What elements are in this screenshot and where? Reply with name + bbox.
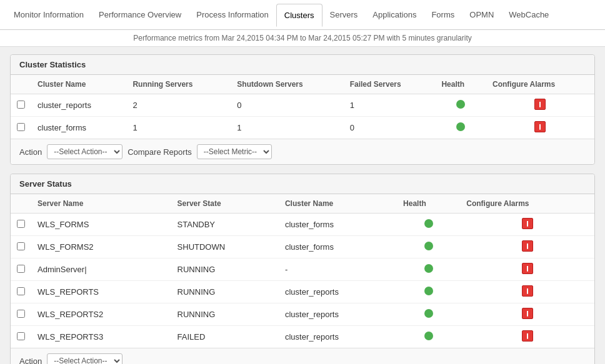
table-row: WLS_REPORTS3 FAILED cluster_reports bbox=[11, 326, 594, 348]
server-row-2-name: AdminServer| bbox=[31, 258, 171, 281]
subtitle-text: Performance metrics from Mar 24,2015 04:… bbox=[133, 34, 472, 42]
cluster-panel-header: Cluster Statistics bbox=[11, 55, 594, 75]
server-row-5-name: WLS_REPORTS3 bbox=[31, 326, 171, 348]
nav-item-webcache[interactable]: WebCache bbox=[501, 1, 556, 28]
cluster-row-0-alarm-icon[interactable] bbox=[534, 99, 546, 110]
server-row-0-cluster: cluster_forms bbox=[279, 214, 397, 236]
cluster-row-0-failed: 1 bbox=[344, 94, 436, 117]
table-row: WLS_FORMS STANDBY cluster_forms bbox=[11, 214, 594, 236]
server-row-5-cluster: cluster_reports bbox=[279, 326, 397, 348]
cluster-row-1-health-dot bbox=[456, 122, 465, 131]
cluster-table: Cluster Name Running Servers Shutdown Se… bbox=[11, 75, 594, 139]
server-row-5-health-dot bbox=[424, 332, 433, 340]
server-row-0-state: STANDBY bbox=[171, 214, 279, 236]
table-row: cluster_reports 2 0 1 bbox=[11, 94, 594, 117]
cluster-row-1-running: 1 bbox=[126, 117, 231, 139]
cluster-action-label: Action bbox=[19, 147, 42, 157]
server-row-1-state: SHUTDOWN bbox=[171, 236, 279, 258]
cluster-statistics-panel: Cluster Statistics Cluster Name Running … bbox=[10, 54, 595, 165]
subtitle-bar: Performance metrics from Mar 24,2015 04:… bbox=[0, 30, 605, 47]
table-row: cluster_forms 1 1 0 bbox=[11, 117, 594, 139]
nav-item-monitor-information[interactable]: Monitor Information bbox=[6, 1, 91, 28]
server-row-1-alarm-icon[interactable] bbox=[522, 240, 533, 252]
server-row-5-checkbox[interactable] bbox=[17, 332, 25, 340]
cluster-row-1-checkbox[interactable] bbox=[17, 123, 25, 131]
server-row-4-cluster: cluster_reports bbox=[279, 303, 397, 326]
cluster-col-health: Health bbox=[435, 75, 486, 94]
server-col-cluster: Cluster Name bbox=[279, 194, 397, 214]
server-action-select[interactable]: --Select Action-- bbox=[47, 353, 122, 364]
server-col-alarms: Configure Alarms bbox=[460, 194, 594, 214]
cluster-col-running: Running Servers bbox=[126, 75, 231, 94]
server-row-4-alarm-icon[interactable] bbox=[522, 308, 533, 319]
server-row-4-name: WLS_REPORTS2 bbox=[31, 303, 171, 326]
server-row-3-health-dot bbox=[424, 287, 433, 295]
server-status-panel: Server Status Server Name Server State C… bbox=[10, 174, 595, 364]
server-col-check bbox=[11, 194, 31, 214]
server-row-4-health-dot bbox=[424, 309, 433, 318]
cluster-row-1-shutdown: 1 bbox=[231, 117, 343, 139]
cluster-col-name: Cluster Name bbox=[31, 75, 126, 94]
nav-item-performance-overview[interactable]: Performance Overview bbox=[91, 1, 189, 28]
server-col-health: Health bbox=[397, 194, 460, 214]
server-action-label: Action bbox=[19, 357, 42, 365]
server-row-1-name: WLS_FORMS2 bbox=[31, 236, 171, 258]
server-row-2-cluster: - bbox=[279, 258, 397, 281]
nav-item-forms[interactable]: Forms bbox=[424, 1, 462, 28]
server-row-3-state: RUNNING bbox=[171, 281, 279, 303]
server-table: Server Name Server State Cluster Name He… bbox=[11, 194, 594, 348]
server-row-0-health-dot bbox=[424, 219, 433, 228]
cluster-col-shutdown: Shutdown Servers bbox=[231, 75, 343, 94]
server-panel-header: Server Status bbox=[11, 174, 594, 194]
table-row: WLS_REPORTS2 RUNNING cluster_reports bbox=[11, 303, 594, 326]
server-row-3-name: WLS_REPORTS bbox=[31, 281, 171, 303]
nav-item-process-information[interactable]: Process Information bbox=[189, 1, 276, 28]
top-navigation: Monitor Information Performance Overview… bbox=[0, 0, 605, 30]
cluster-action-bar: Action --Select Action-- Compare Reports… bbox=[11, 139, 594, 164]
table-row: WLS_REPORTS RUNNING cluster_reports bbox=[11, 281, 594, 303]
server-row-4-state: RUNNING bbox=[171, 303, 279, 326]
nav-item-opmn[interactable]: OPMN bbox=[462, 1, 501, 28]
nav-item-applications[interactable]: Applications bbox=[365, 1, 424, 28]
cluster-col-check bbox=[11, 75, 31, 94]
server-row-0-checkbox[interactable] bbox=[17, 220, 25, 228]
server-col-name: Server Name bbox=[31, 194, 171, 214]
server-row-2-state: RUNNING bbox=[171, 258, 279, 281]
server-row-5-alarm-icon[interactable] bbox=[522, 330, 533, 342]
server-action-bar: Action --Select Action-- bbox=[11, 348, 594, 364]
cluster-row-0-name: cluster_reports bbox=[31, 94, 126, 117]
server-col-state: Server State bbox=[171, 194, 279, 214]
server-row-0-alarm-icon[interactable] bbox=[522, 218, 533, 229]
cluster-row-0-shutdown: 0 bbox=[231, 94, 343, 117]
cluster-action-select[interactable]: --Select Action-- bbox=[47, 144, 122, 159]
server-row-5-state: FAILED bbox=[171, 326, 279, 348]
table-row: AdminServer| RUNNING - bbox=[11, 258, 594, 281]
cluster-row-0-health-dot bbox=[456, 100, 465, 109]
table-row: WLS_FORMS2 SHUTDOWN cluster_forms bbox=[11, 236, 594, 258]
server-row-3-alarm-icon[interactable] bbox=[522, 285, 533, 297]
cluster-row-1-alarm-icon[interactable] bbox=[534, 121, 546, 132]
server-row-0-name: WLS_FORMS bbox=[31, 214, 171, 236]
server-row-1-cluster: cluster_forms bbox=[279, 236, 397, 258]
cluster-metric-select[interactable]: --Select Metric-- bbox=[197, 144, 272, 159]
server-row-3-checkbox[interactable] bbox=[17, 287, 25, 295]
cluster-col-alarms: Configure Alarms bbox=[486, 75, 594, 94]
server-row-4-checkbox[interactable] bbox=[17, 310, 25, 318]
cluster-table-header-row: Cluster Name Running Servers Shutdown Se… bbox=[11, 75, 594, 94]
nav-item-clusters[interactable]: Clusters bbox=[276, 4, 322, 27]
cluster-row-1-name: cluster_forms bbox=[31, 117, 126, 139]
cluster-compare-label: Compare Reports bbox=[128, 147, 192, 157]
server-row-2-checkbox[interactable] bbox=[17, 265, 25, 273]
server-row-1-health-dot bbox=[424, 242, 433, 250]
cluster-col-failed: Failed Servers bbox=[344, 75, 436, 94]
server-table-header-row: Server Name Server State Cluster Name He… bbox=[11, 194, 594, 214]
main-content: Cluster Statistics Cluster Name Running … bbox=[0, 47, 605, 364]
server-row-3-cluster: cluster_reports bbox=[279, 281, 397, 303]
nav-item-servers[interactable]: Servers bbox=[322, 1, 366, 28]
cluster-row-0-checkbox[interactable] bbox=[17, 101, 25, 109]
server-row-1-checkbox[interactable] bbox=[17, 242, 25, 250]
server-row-2-alarm-icon[interactable] bbox=[522, 263, 533, 274]
cluster-row-0-running: 2 bbox=[126, 94, 231, 117]
server-row-2-health-dot bbox=[424, 264, 433, 273]
cluster-row-1-failed: 0 bbox=[344, 117, 436, 139]
